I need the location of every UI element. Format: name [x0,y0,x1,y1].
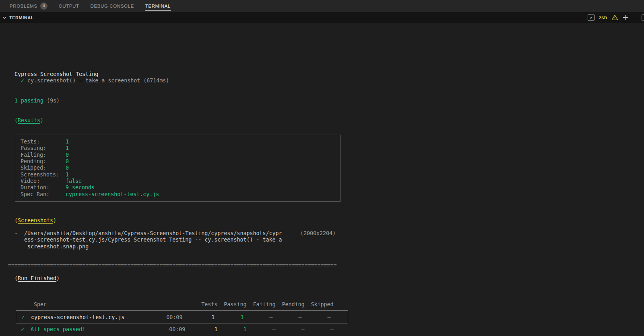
terminal-line: Video: false [21,178,340,184]
tab-terminal[interactable]: TERMINAL [145,0,171,12]
results-box: Tests: 1Passing: 1Failing: 0Pending: 0Sk… [15,135,341,202]
vscode-bottom-panel: PROBLEMS 4 OUTPUT DEBUG CONSOLE TERMINAL… [0,0,644,333]
terminal-line: Duration: 9 seconds [21,184,340,191]
new-terminal-plus-icon[interactable] [623,14,629,20]
panel-tab-bar: PROBLEMS 4 OUTPUT DEBUG CONSOLE TERMINAL [0,0,644,12]
terminal-line: Passing: 1 [21,145,340,152]
terminal-line: Failing: 0 [21,152,340,158]
spacer [8,124,644,135]
terminal-header-actions: > zsh [588,14,641,21]
problems-count-badge: 4 [40,2,47,10]
suite-title: Cypress Screenshot Testing [8,71,644,78]
spacer [8,269,644,275]
terminal-panel-title: TERMINAL [9,15,34,20]
terminal-panel-header: TERMINAL > zsh [0,12,644,23]
screenshots-heading: (Screenshots) [8,217,644,224]
spacer [8,202,644,217]
tab-debug-console[interactable]: DEBUG CONSOLE [91,0,134,12]
spacer [8,224,644,230]
terminal-line: Pending: 0 [21,158,340,165]
terminal-content[interactable]: Cypress Screenshot Testing ✓ cy.screensh… [0,23,644,333]
warning-icon[interactable] [611,14,618,20]
passing-summary: 1 passing (9s) [8,98,644,104]
terminal-line: Screenshots: 1 [21,172,340,178]
tab-debug-console-label: DEBUG CONSOLE [91,4,134,8]
spec-table-row-box: ✓ cypress-screenshot-test.cy.js 00:09 1 … [16,310,348,324]
screenshot-path-block: - /Users/anshita/Desktop/anshita/Cypress… [8,230,644,250]
spacer [8,250,644,262]
run-finished-heading: (Run Finished) [8,275,644,282]
spec-table-row: ✓ cypress-screenshot-test.cy.js 00:09 1 … [21,314,348,321]
all-specs-passed-row: ✓ All specs passed! 00:09 1 1 – – – [8,326,644,333]
spacer [8,104,644,117]
tab-output-label: OUTPUT [59,4,79,8]
split-terminal-icon[interactable] [642,14,644,21]
spec-table-header: Spec Tests Passing Failing Pending Skipp… [8,301,644,308]
terminal-line: Skipped: 0 [21,165,340,171]
tab-problems[interactable]: PROBLEMS 4 [10,0,47,12]
spacer [8,84,644,98]
separator-line: ========================================… [8,262,644,269]
results-heading: (Results) [8,117,644,124]
terminal-line: Spec Ran: cypress-screenshot-test.cy.js [21,191,340,198]
tab-problems-label: PROBLEMS [10,4,37,8]
terminal-box-icon[interactable]: > [588,14,594,21]
terminal-line: Tests: 1 [21,139,340,145]
spacer [8,282,644,301]
terminal-line: screenshot.snap.png [8,244,644,250]
tab-terminal-label: TERMINAL [145,4,171,8]
chevron-down-icon[interactable] [2,15,7,20]
screenshot-dimensions: (2000x2204) [300,230,336,237]
shell-name-zsh[interactable]: zsh [599,15,607,20]
terminal-line: ess-screenshot-test.cy.js/Cypress Screen… [8,237,644,243]
test-result-line: ✓ cy.screenshot() – take a screenshot (6… [8,78,644,84]
tab-output[interactable]: OUTPUT [59,0,79,12]
